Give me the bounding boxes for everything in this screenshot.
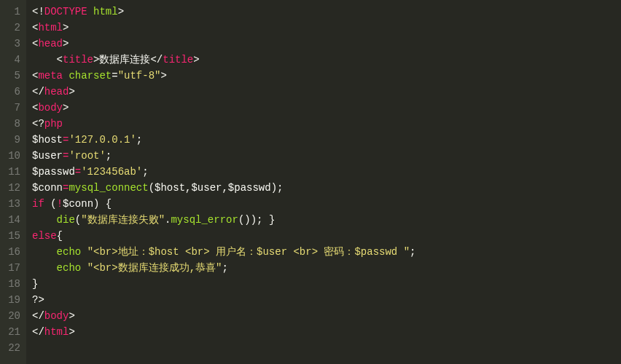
code-token: <? bbox=[32, 118, 44, 130]
code-token: ($host,$user,$passwd); bbox=[149, 182, 284, 194]
code-line[interactable]: echo "<br>数据库连接成功,恭喜"; bbox=[32, 260, 415, 276]
code-token: = bbox=[75, 166, 81, 178]
code-token: '127.0.0.1' bbox=[69, 134, 136, 146]
code-token bbox=[32, 214, 57, 226]
code-token: ( bbox=[75, 214, 81, 226]
code-token: html bbox=[38, 22, 63, 33]
line-number: 2 bbox=[4, 20, 20, 36]
code-line[interactable]: <html> bbox=[32, 20, 415, 36]
code-token bbox=[32, 246, 57, 258]
code-token: > bbox=[193, 54, 199, 66]
code-token: > bbox=[69, 310, 74, 322]
code-token: mysql_connect bbox=[69, 182, 148, 194]
code-token: body bbox=[38, 102, 63, 114]
code-token bbox=[81, 262, 87, 274]
line-number: 12 bbox=[4, 180, 20, 196]
code-line[interactable] bbox=[32, 340, 415, 356]
code-token: </ bbox=[32, 86, 44, 98]
code-token: if bbox=[32, 198, 44, 210]
code-token: html bbox=[93, 6, 118, 17]
code-token: > bbox=[63, 22, 69, 33]
line-number: 4 bbox=[4, 52, 20, 68]
code-line[interactable]: else{ bbox=[32, 228, 415, 244]
code-token: "<br>地址：$host <br> 用户名：$user <br> 密码：$pa… bbox=[87, 246, 410, 258]
code-token: "<br>数据库连接成功,恭喜" bbox=[87, 262, 222, 274]
code-token: } bbox=[32, 278, 38, 290]
line-number: 20 bbox=[4, 308, 20, 324]
code-token: ; bbox=[142, 166, 148, 178]
code-token: { bbox=[57, 230, 63, 242]
code-token: ()); } bbox=[238, 214, 275, 226]
code-token: charset bbox=[69, 70, 112, 82]
code-token: 'root' bbox=[69, 150, 105, 162]
code-token: "数据库连接失败" bbox=[81, 214, 165, 226]
code-line[interactable]: } bbox=[32, 276, 415, 292]
code-line[interactable]: <title>数据库连接</title> bbox=[32, 52, 415, 68]
code-token: die bbox=[57, 214, 75, 226]
line-number: 17 bbox=[4, 260, 20, 276]
code-area[interactable]: <!DOCTYPE html><html><head> <title>数据库连接… bbox=[26, 0, 415, 364]
code-editor[interactable]: 12345678910111213141516171819202122 <!DO… bbox=[0, 0, 621, 364]
code-token: >数据库连接</ bbox=[93, 54, 163, 66]
code-line[interactable]: $host='127.0.0.1'; bbox=[32, 132, 415, 148]
code-token: ! bbox=[38, 6, 44, 17]
code-token: DOCTYPE bbox=[44, 6, 87, 17]
code-line[interactable]: <body> bbox=[32, 100, 415, 116]
code-token: body bbox=[44, 310, 69, 322]
code-token: mysql_error bbox=[171, 214, 238, 226]
line-number-gutter: 12345678910111213141516171819202122 bbox=[0, 0, 26, 364]
code-line[interactable]: ?> bbox=[32, 292, 415, 308]
code-line[interactable]: $conn=mysql_connect($host,$user,$passwd)… bbox=[32, 180, 415, 196]
code-token: > bbox=[160, 70, 166, 82]
code-line[interactable]: </html> bbox=[32, 324, 415, 340]
line-number: 9 bbox=[4, 132, 20, 148]
line-number: 22 bbox=[4, 340, 20, 356]
code-line[interactable]: echo "<br>地址：$host <br> 用户名：$user <br> 密… bbox=[32, 244, 415, 260]
line-number: 11 bbox=[4, 164, 20, 180]
code-line[interactable]: </head> bbox=[32, 84, 415, 100]
code-token: ; bbox=[136, 134, 142, 146]
code-token: title bbox=[163, 54, 193, 66]
line-number: 10 bbox=[4, 148, 20, 164]
code-line[interactable]: die("数据库连接失败".mysql_error()); } bbox=[32, 212, 415, 228]
code-token: echo bbox=[57, 246, 82, 258]
code-token: $conn) { bbox=[63, 198, 112, 210]
code-token: < bbox=[32, 54, 63, 66]
code-line[interactable]: <?php bbox=[32, 116, 415, 132]
code-line[interactable]: $passwd='123456ab'; bbox=[32, 164, 415, 180]
line-number: 19 bbox=[4, 292, 20, 308]
code-token: $host bbox=[32, 134, 63, 146]
code-token: '123456ab' bbox=[81, 166, 142, 178]
code-token: head bbox=[44, 86, 69, 98]
code-token: ; bbox=[410, 246, 415, 258]
line-number: 8 bbox=[4, 116, 20, 132]
line-number: 15 bbox=[4, 228, 20, 244]
code-token: = bbox=[112, 70, 117, 82]
code-token: title bbox=[63, 54, 93, 66]
code-token: $user bbox=[32, 150, 63, 162]
code-line[interactable]: if (!$conn) { bbox=[32, 196, 415, 212]
code-token bbox=[81, 246, 87, 258]
code-line[interactable]: <head> bbox=[32, 36, 415, 52]
code-token: "utf-8" bbox=[118, 70, 161, 82]
line-number: 13 bbox=[4, 196, 20, 212]
code-token: ! bbox=[57, 198, 63, 210]
code-line[interactable]: <!DOCTYPE html> bbox=[32, 4, 415, 20]
code-token: html bbox=[44, 326, 69, 338]
code-line[interactable]: <meta charset="utf-8"> bbox=[32, 68, 415, 84]
code-line[interactable]: $user='root'; bbox=[32, 148, 415, 164]
line-number: 18 bbox=[4, 276, 20, 292]
code-token: php bbox=[44, 118, 63, 130]
code-token: meta bbox=[38, 70, 63, 82]
line-number: 16 bbox=[4, 244, 20, 260]
line-number: 3 bbox=[4, 36, 20, 52]
code-token: ; bbox=[106, 150, 112, 162]
code-token: $passwd bbox=[32, 166, 75, 178]
line-number: 1 bbox=[4, 4, 20, 20]
code-token: </ bbox=[32, 326, 44, 338]
code-token: > bbox=[63, 38, 69, 50]
code-token: echo bbox=[57, 262, 82, 274]
code-token: $conn bbox=[32, 182, 63, 194]
code-line[interactable]: </body> bbox=[32, 308, 415, 324]
code-token: > bbox=[69, 326, 74, 338]
